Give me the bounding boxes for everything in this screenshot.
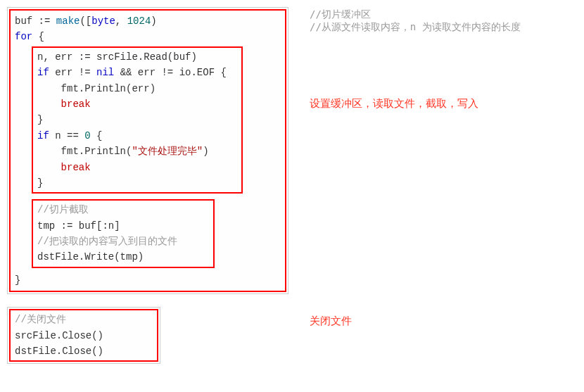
close-line-1: srcFile.Close() xyxy=(15,328,153,343)
outer-red-border: buf := make([byte, 1024) for { n, err :=… xyxy=(9,9,286,292)
close-red-border: //关闭文件 srcFile.Close() dstFile.Close() xyxy=(9,309,158,362)
code-line-7: } xyxy=(37,112,237,127)
cmt-write: //把读取的内容写入到目的文件 xyxy=(37,236,177,247)
tok-c1: } xyxy=(37,114,43,125)
tok-nil: nil xyxy=(96,67,114,78)
tok-slice: tmp := buf[:n] xyxy=(37,220,120,232)
tok-fmt1: fmt.Println(err) xyxy=(37,83,155,94)
annotation-main-red: 设置缓冲区，读取文件，截取，写入 xyxy=(310,97,521,110)
annotation-close-red: 关闭文件 xyxy=(310,315,521,328)
tok-outer-close: } xyxy=(15,274,20,286)
tok-read: n, err := srcFile.Read(buf) xyxy=(37,51,197,63)
code-line-1: buf := make([byte, 1024) xyxy=(15,13,281,29)
tok-write: dstFile.Write(tmp) xyxy=(37,251,144,263)
code-line-9: fmt.Println("文件处理完毕") xyxy=(37,144,237,159)
tok-c2: } xyxy=(37,177,43,189)
tok-buf: buf xyxy=(15,15,39,27)
code-line-11: } xyxy=(37,175,237,191)
tok-pc: ) xyxy=(151,15,156,27)
code-line-4: if err != nil && err != io.EOF { xyxy=(37,65,237,80)
tok-if2: if xyxy=(37,130,49,141)
code-line-8: if n == 0 { xyxy=(37,128,237,144)
read-loop-box: n, err := srcFile.Read(buf) if err != ni… xyxy=(32,46,243,194)
write-line: dstFile.Write(tmp) xyxy=(37,249,209,265)
write-comment: //把读取的内容写入到目的文件 xyxy=(37,234,209,249)
code-column: buf := make([byte, 1024) for { n, err :=… xyxy=(7,7,288,364)
tok-for: for xyxy=(15,31,32,42)
annotation-read-comment: //从源文件读取内容，n 为读取文件内容的长度 xyxy=(310,21,521,34)
tok-r3: n == xyxy=(49,130,84,141)
code-line-2: for { xyxy=(15,29,281,44)
cmt-slice: //切片截取 xyxy=(37,204,89,215)
tok-brace: { xyxy=(32,31,44,42)
main-row: buf := make([byte, 1024) for { n, err :=… xyxy=(7,7,577,364)
tok-byte: byte xyxy=(91,15,115,27)
tok-fmt2: fmt.Println( xyxy=(37,146,132,157)
code-line-6: break xyxy=(37,96,237,112)
code-line-3: n, err := srcFile.Read(buf) xyxy=(37,49,237,65)
close-comment: //关闭文件 xyxy=(15,312,153,327)
annotation-buffer-comment: //切片缓冲区 xyxy=(310,8,521,21)
tok-po: ([ xyxy=(80,15,91,27)
tok-r1: err != xyxy=(49,67,96,78)
tok-pc2: ) xyxy=(203,146,208,157)
tok-break1: break xyxy=(61,99,91,110)
tok-close1: srcFile.Close() xyxy=(15,330,103,341)
tok-zero: 0 xyxy=(84,130,90,141)
code-line-5: fmt.Println(err) xyxy=(37,81,237,96)
slice-line: tmp := buf[:n] xyxy=(37,218,209,234)
close-line-2: dstFile.Close() xyxy=(15,343,153,359)
tok-make: make xyxy=(50,15,80,27)
tok-assign: := xyxy=(39,15,51,27)
tok-close2: dstFile.Close() xyxy=(15,346,103,357)
tok-1024: 1024 xyxy=(127,15,151,27)
slice-comment: //切片截取 xyxy=(37,202,209,217)
tok-if1: if xyxy=(37,67,49,78)
tok-br2: { xyxy=(91,130,103,141)
tok-r2: && err != io.EOF { xyxy=(114,67,227,78)
tok-str: "文件处理完毕" xyxy=(132,146,203,157)
tok-break2: break xyxy=(61,162,91,173)
annotation-column: //切片缓冲区 //从源文件读取内容，n 为读取文件内容的长度 设置缓冲区，读取… xyxy=(288,7,521,328)
outer-close-brace: } xyxy=(15,272,281,288)
main-code-block: buf := make([byte, 1024) for { n, err :=… xyxy=(7,7,288,294)
close-code-block: //关闭文件 srcFile.Close() dstFile.Close() xyxy=(7,307,160,364)
tok-comma: , xyxy=(115,15,127,27)
code-line-10: break xyxy=(37,160,237,175)
write-box: //切片截取 tmp := buf[:n] //把读取的内容写入到目的文件 ds… xyxy=(32,199,215,268)
cmt-close: //关闭文件 xyxy=(15,314,66,325)
